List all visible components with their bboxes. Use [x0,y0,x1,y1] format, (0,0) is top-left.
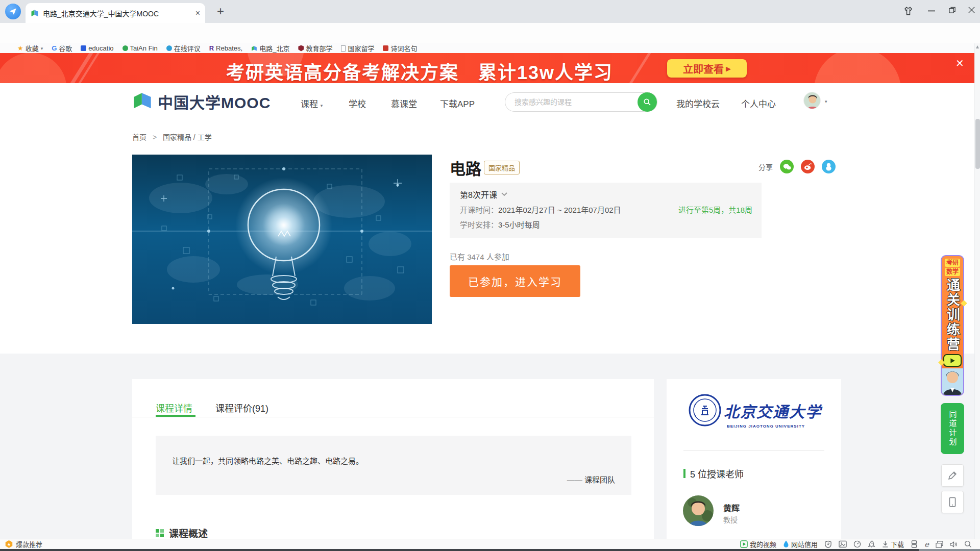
speed-gauge-icon[interactable] [853,540,861,548]
green-globe-icon [122,45,128,51]
weibo-share-icon[interactable] [801,160,815,173]
join-course-button[interactable]: 已参加，进入学习 [450,265,580,297]
skin-theme-icon[interactable] [903,6,913,16]
bookmark-moe[interactable]: 教育部学 [298,43,332,53]
ad-vertical-text: 通关训练营 [943,278,962,352]
nav-mooc-class[interactable]: 慕课堂 [391,97,417,110]
bookmark-circuit[interactable]: 电路_北京 [251,43,289,53]
restore-window-icon[interactable] [948,6,956,14]
my-videos[interactable]: 我的视频 [740,539,776,549]
site-credit[interactable]: 网站信用 [783,539,818,549]
banner-cta-button[interactable]: 立即查看▶ [667,59,747,78]
nav-download-app[interactable]: 下载APP [440,97,475,110]
site-search[interactable] [505,92,657,112]
bookmark-google[interactable]: G谷歌 [52,43,72,53]
share-label: 分享 [758,162,773,172]
course-cover-image [132,155,432,324]
chevron-down-icon [501,192,507,196]
star-icon: ★ [17,44,23,52]
chevron-down-icon: ▾ [41,46,43,51]
term-panel: 第8次开课 开课时间：2021年02月27日 ~ 2021年07月02日 进行至… [450,183,762,238]
bookmark-csc[interactable]: 国家留学 [341,43,374,53]
page-scrollbar[interactable] [974,43,980,539]
promo-banner[interactable]: 考研英语高分备考解决方案 累计13w人学习 立即查看▶ ✕ [0,53,980,83]
scrollbar-thumb[interactable] [975,119,980,169]
university-name-en: BEIJING JIAOTONG UNIVERSITY [727,424,805,429]
floating-ad-banner[interactable]: 考研 数学 通关训练营 [941,255,964,396]
schedule-row: 开课时间：2021年02月27日 ~ 2021年07月02日 [460,204,621,215]
browser-logo-icon[interactable] [5,4,21,19]
user-avatar[interactable] [803,92,821,109]
breadcrumb-home[interactable]: 首页 [132,133,146,141]
breadcrumb-trail[interactable]: 国家精品 / 工学 [163,133,212,141]
banner-close-icon[interactable]: ✕ [955,57,964,69]
nav-personal-center[interactable]: 个人中心 [741,97,776,110]
tab-course-detail[interactable]: 课程详情 [156,401,192,414]
bookmark-rebates[interactable]: RRebates, [209,44,242,52]
tab-close-icon[interactable]: × [195,9,200,17]
divider [132,417,654,417]
nav-school-cloud[interactable]: 我的学校云 [676,97,720,110]
bookmark-education[interactable]: educatio [81,44,113,52]
site-favicon-icon [31,9,39,17]
browser-tab-bar: 电路_北京交通大学_中国大学MOOC × + [0,0,980,23]
zoom-search-icon[interactable] [964,540,972,548]
nav-courses[interactable]: 课程 ▾ [301,97,323,110]
video-play-icon [740,540,748,548]
bookmarks-bar: ★收藏▾ G谷歌 educatio TaiAn Fin 在线评议 RRebate… [0,43,980,53]
green-bar-icon [683,469,685,478]
feedback-button[interactable] [941,464,964,487]
plan-text: 同道计划 [947,410,958,447]
bookmark-favorites[interactable]: ★收藏▾ [17,43,43,53]
hot-badge-icon: ★ [5,540,13,548]
enrolled-count: 已有 3474 人参加 [450,251,509,262]
screenshot-icon[interactable] [839,540,847,548]
tab-title: 电路_北京交通大学_中国大学MOOC [43,8,185,18]
close-window-icon[interactable] [968,6,975,14]
plan-widget[interactable]: 同道计划 [941,403,964,454]
qq-share-icon[interactable] [822,160,836,173]
download-manager[interactable]: 下载 [882,539,904,549]
ad-play-button[interactable] [943,354,962,367]
red-seal-icon [383,45,388,51]
teacher-name[interactable]: 黄辉 [723,502,740,514]
bookmark-poetry[interactable]: 诗词名句 [383,43,417,53]
bookmark-review[interactable]: 在线评议 [166,43,201,53]
course-quote-box: 让我们一起，共同领略电路之美、电路之趣、电路之易。 —— 课程团队 [156,436,631,495]
pencil-icon [947,470,958,481]
teacher-avatar[interactable] [683,495,714,526]
wechat-share-icon[interactable] [780,160,794,173]
shield-badge-icon [298,45,304,52]
mobile-app-button[interactable] [941,491,964,513]
bookmark-taian[interactable]: TaiAn Fin [122,44,158,52]
mooc-logo[interactable]: 中国大学MOOC [132,90,271,113]
session-selector[interactable]: 第8次开课 [460,188,507,201]
course-quote: 让我们一起，共同领略电路之美、电路之趣、电路之易。 [172,455,363,466]
avatar-caret-icon[interactable]: ▾ [825,99,827,104]
new-tab-button[interactable]: + [213,4,228,18]
browser-tab[interactable]: 电路_北京交通大学_中国大学MOOC × [26,3,205,23]
proxy-boxes-icon[interactable] [911,540,918,548]
minimize-icon[interactable] [928,10,935,12]
course-title: 电路 [450,156,481,179]
ad-teacher-photo [941,368,964,395]
site-search-input[interactable] [514,98,617,106]
scroll-up-arrow[interactable] [976,45,979,48]
download-icon [882,541,889,548]
ie-mode-icon[interactable]: e [924,540,929,549]
effort-row: 学时安排：3-5小时每周 [460,219,540,230]
multi-window-icon[interactable] [936,541,943,548]
hot-recommend[interactable]: ★ 爆款推荐 [5,539,42,549]
tab-course-reviews[interactable]: 课程评价(91) [215,401,268,414]
shield-icon[interactable] [824,540,832,548]
rocket-boost-icon[interactable] [868,540,875,548]
volume-icon[interactable] [950,541,958,548]
site-search-button[interactable] [638,92,657,112]
nav-schools[interactable]: 学校 [349,97,366,110]
blue-globe-icon [166,45,172,51]
blue-grid-icon [81,45,86,51]
university-card: 北京交通大学 BEIJING JIAOTONG UNIVERSITY 5 位授课… [667,379,841,539]
rebates-r-icon: R [209,44,214,52]
mooc-flag-icon [251,45,257,52]
document-icon [341,45,346,52]
